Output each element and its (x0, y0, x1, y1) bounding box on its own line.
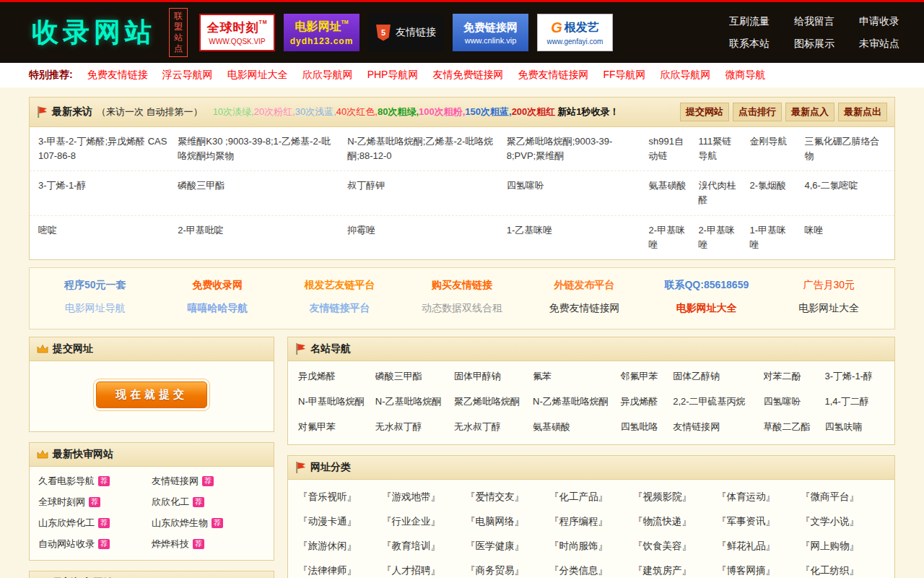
famous-site-link[interactable]: 异戊烯醛 (620, 395, 673, 408)
visited-site-link[interactable]: 嘧啶 (34, 222, 173, 254)
quick-review-item[interactable]: 山东欣烨化工 荐 (38, 517, 152, 530)
recommend-link[interactable]: PHP导航网 (367, 69, 419, 82)
category-link[interactable]: 『军事资讯』 (717, 515, 801, 528)
ad-link[interactable]: 电影网址大全 (768, 297, 890, 320)
visited-site-link[interactable]: 聚维酮K30 ;9003-39-8;1-乙烯基-2-吡咯烷酮均聚物 (173, 133, 343, 165)
category-link[interactable]: 『人才招聘』 (382, 564, 466, 577)
recommend-link[interactable]: 欣欣导航网 (661, 69, 711, 82)
category-link[interactable]: 『动漫卡通』 (298, 515, 382, 528)
recommend-link[interactable]: FF导航网 (603, 69, 645, 82)
quick-review-item[interactable]: 友情链接网 荐 (152, 475, 265, 488)
ad-link[interactable]: 程序50元一套 (34, 274, 156, 297)
quick-review-item[interactable]: 山东欣烨生物 荐 (152, 517, 265, 530)
submit-now-button[interactable]: 现在就提交 (96, 381, 207, 408)
famous-site-link[interactable]: N-乙烯基吡咯烷酮 (533, 395, 620, 408)
ad-link[interactable]: 动态数据双线合租 (401, 297, 523, 320)
quick-review-item[interactable]: 欣欣化工 荐 (152, 496, 265, 509)
ad-link[interactable]: 联系QQ:85618659 (645, 274, 767, 297)
category-link[interactable]: 『程序编程』 (549, 515, 633, 528)
category-link[interactable]: 『音乐视听』 (298, 491, 382, 504)
visited-site-link[interactable]: 金刚导航 (746, 133, 801, 165)
ad-link[interactable]: 外链发布平台 (523, 274, 645, 297)
category-link[interactable]: 『医学健康』 (466, 540, 549, 553)
banner-genfayi[interactable]: G 根发艺 www.genfayi.com (537, 14, 613, 51)
famous-site-link[interactable]: 3-丁烯-1-醇 (825, 370, 884, 383)
category-link[interactable]: 『行业企业』 (382, 515, 466, 528)
visited-site-link[interactable]: 溴代肉桂醛 (694, 177, 745, 209)
ad-link[interactable]: 广告月30元 (768, 274, 890, 297)
category-link[interactable]: 『时尚服饰』 (549, 540, 633, 553)
famous-site-link[interactable]: 对氟甲苯 (298, 420, 375, 434)
recommend-link[interactable]: 电影网址大全 (227, 69, 288, 82)
category-link[interactable]: 『网上购物』 (801, 540, 884, 553)
category-link[interactable]: 『爱情交友』 (466, 491, 549, 504)
category-link[interactable]: 『建筑房产』 (633, 564, 717, 577)
header-nav-link[interactable]: 联系本站 (729, 38, 770, 51)
visits-header-button[interactable]: 提交网站 (680, 103, 729, 121)
visited-site-link[interactable]: 四氢噻吩 (502, 177, 645, 209)
visited-site-link[interactable]: 111聚链导航 (694, 133, 745, 165)
banner-cnlink[interactable]: 免费链接网 www.cnlink.vip (453, 14, 528, 51)
category-link[interactable]: 『文学小说』 (801, 515, 884, 528)
famous-site-link[interactable]: 1,4-丁二醇 (825, 395, 884, 408)
category-link[interactable]: 『鲜花礼品』 (717, 540, 801, 553)
famous-site-link[interactable]: 氟苯 (533, 370, 620, 383)
ad-link[interactable]: 嘻嘻哈哈导航 (156, 297, 278, 320)
category-link[interactable]: 『电脑网络』 (466, 515, 549, 528)
quick-review-item[interactable]: 久看电影导航 荐 (38, 475, 152, 488)
famous-site-link[interactable]: 磷酸三甲酯 (375, 370, 454, 383)
visited-site-link[interactable]: 2-氯烟酸 (746, 177, 801, 209)
famous-site-link[interactable]: 固体甲醇钠 (454, 370, 533, 383)
visits-header-button[interactable]: 最新点入 (785, 103, 834, 121)
visited-site-link[interactable]: 咪唑 (800, 222, 890, 254)
visited-site-link[interactable]: 叔丁醇钾 (343, 177, 502, 209)
famous-site-link[interactable]: 邻氟甲苯 (620, 370, 673, 383)
famous-site-link[interactable]: 2,2-二甲硫基丙烷 (673, 395, 763, 408)
visited-site-link[interactable]: 4,6-二氯嘧啶 (800, 177, 890, 209)
ad-link[interactable]: 免费友情链接网 (523, 297, 645, 320)
header-nav-link[interactable]: 申请收录 (859, 15, 899, 28)
famous-site-link[interactable]: 四氢吡咯 (620, 420, 673, 434)
recommend-link[interactable]: 欣欣导航网 (302, 69, 353, 82)
visited-site-link[interactable]: 2-甲基咪唑 (694, 222, 745, 254)
banner-dydh[interactable]: 电影网址TM dydh123.com (284, 14, 359, 51)
recommend-link[interactable]: 浮云导航网 (162, 69, 213, 82)
banner-friend-links[interactable]: 5 友情链接 (368, 14, 444, 51)
banner-qqsk[interactable]: 全球时刻TM WWW.QQSK.VIP (199, 14, 275, 51)
category-link[interactable]: 『旅游休闲』 (298, 540, 382, 553)
visited-site-link[interactable]: sh991自动链 (645, 133, 694, 165)
visited-site-link[interactable]: 3-丁烯-1-醇 (34, 177, 173, 209)
header-nav-link[interactable]: 未审站点 (859, 38, 899, 51)
famous-site-link[interactable]: 无水叔丁醇 (375, 420, 454, 434)
ad-link[interactable]: 根发艺友链平台 (279, 274, 401, 297)
famous-site-link[interactable]: N-甲基吡咯烷酮 (298, 395, 375, 408)
recommend-link[interactable]: 免费友情链接 (87, 69, 148, 82)
ad-link[interactable]: 电影网址大全 (645, 297, 767, 320)
ad-link[interactable]: 电影网址导航 (34, 297, 156, 320)
visited-site-link[interactable]: 3-甲基-2-丁烯醛;异戊烯醛 CAS 107-86-8 (34, 133, 173, 165)
recommend-link[interactable]: 免费友情链接网 (518, 69, 588, 82)
category-link[interactable]: 『微商平台』 (801, 491, 884, 504)
header-nav-link[interactable]: 互刷流量 (729, 15, 770, 28)
category-link[interactable]: 『法律律师』 (298, 564, 382, 577)
visited-site-link[interactable]: 磷酸三甲酯 (173, 177, 343, 209)
famous-site-link[interactable]: 聚乙烯吡咯烷酮 (454, 395, 533, 408)
visited-site-link[interactable]: 氨基磺酸 (645, 177, 694, 209)
quick-review-item[interactable]: 全球时刻网 荐 (38, 496, 152, 509)
header-nav-link[interactable]: 给我留言 (794, 15, 834, 28)
visits-header-button[interactable]: 点击排行 (733, 103, 782, 121)
famous-site-link[interactable]: 四氢呋喃 (825, 420, 884, 434)
header-nav-link[interactable]: 图标展示 (794, 38, 834, 51)
ad-link[interactable]: 购买友情链接 (401, 274, 523, 297)
category-link[interactable]: 『博客网摘』 (717, 564, 801, 577)
category-link[interactable]: 『商务贸易』 (466, 564, 549, 577)
category-link[interactable]: 『体育运动』 (717, 491, 801, 504)
quick-review-item[interactable]: 烨烨科技 荐 (152, 538, 265, 551)
famous-site-link[interactable]: N-乙基吡咯烷酮 (375, 395, 454, 408)
visited-site-link[interactable]: 2-甲基吡啶 (173, 222, 343, 254)
category-link[interactable]: 『视频影院』 (633, 491, 717, 504)
famous-site-link[interactable]: 对苯二酚 (764, 370, 825, 383)
famous-site-link[interactable]: 四氢噻吩 (764, 395, 825, 408)
category-link[interactable]: 『教育培训』 (382, 540, 466, 553)
visited-site-link[interactable]: 聚乙烯吡咯烷酮;9003-39-8;PVP;聚维酮 (502, 133, 645, 165)
